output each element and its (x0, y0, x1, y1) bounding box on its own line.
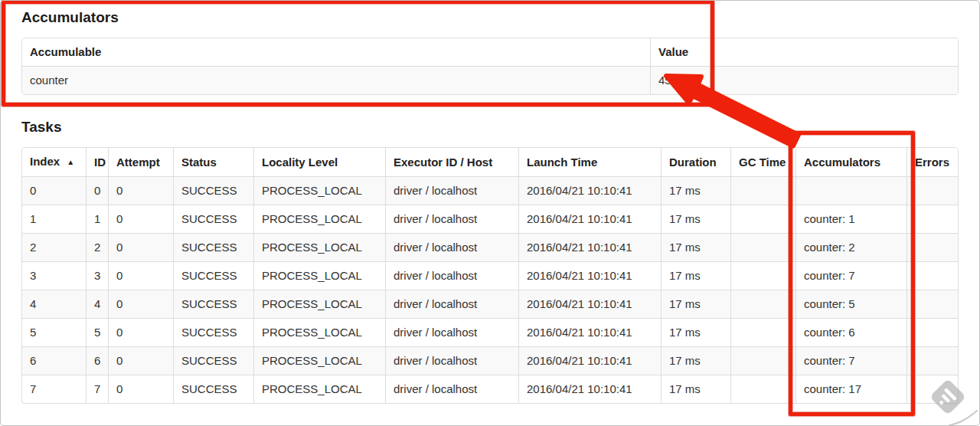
task-row: 220SUCCESSPROCESS_LOCALdriver / localhos… (22, 233, 958, 261)
task-cell (730, 346, 795, 375)
tasks-table-body: 000SUCCESSPROCESS_LOCALdriver / localhos… (22, 177, 958, 403)
task-cell (730, 318, 795, 346)
sort-asc-icon: ▲ (67, 158, 74, 166)
task-cell: 1 (22, 205, 86, 233)
task-row: 770SUCCESSPROCESS_LOCALdriver / localhos… (22, 375, 958, 403)
column-header-errors[interactable]: Errors (906, 148, 958, 177)
column-header-launch-time[interactable]: Launch Time (518, 148, 661, 177)
task-cell: PROCESS_LOCAL (253, 177, 385, 205)
task-cell (906, 177, 958, 205)
accumulable-value-cell: 45 (650, 67, 958, 94)
task-cell: 0 (108, 375, 173, 403)
task-row: 110SUCCESSPROCESS_LOCALdriver / localhos… (22, 205, 958, 233)
task-cell: PROCESS_LOCAL (253, 375, 385, 403)
task-cell: SUCCESS (173, 346, 253, 375)
task-cell: 0 (108, 233, 173, 261)
accumulators-header-row: Accumulable Value (22, 38, 958, 67)
task-cell: PROCESS_LOCAL (253, 290, 385, 318)
task-cell (730, 233, 795, 261)
column-header-locality-level[interactable]: Locality Level (253, 148, 385, 177)
column-header-index-label: Index (30, 155, 60, 168)
task-cell (906, 318, 958, 346)
task-cell (730, 261, 795, 290)
task-cell: PROCESS_LOCAL (253, 233, 385, 261)
task-cell (730, 205, 795, 233)
task-cell: 1 (86, 205, 108, 233)
task-cell: 6 (86, 346, 108, 375)
task-cell: counter: 1 (795, 205, 906, 233)
task-cell: 5 (22, 318, 86, 346)
task-cell (906, 205, 958, 233)
task-cell (906, 346, 958, 375)
task-cell: SUCCESS (173, 375, 253, 403)
column-header-status[interactable]: Status (173, 148, 253, 177)
task-cell: 3 (22, 261, 86, 290)
task-cell (906, 261, 958, 290)
task-cell: 2016/04/21 10:10:41 (518, 318, 661, 346)
accumulator-row: counter 45 (22, 67, 958, 94)
task-cell: driver / localhost (385, 290, 518, 318)
task-cell: 17 ms (661, 205, 730, 233)
task-cell: PROCESS_LOCAL (253, 261, 385, 290)
task-cell: 4 (22, 290, 86, 318)
tasks-header-row: Index▲ ID Attempt Status Locality Level … (22, 148, 958, 177)
task-cell: 2016/04/21 10:10:41 (518, 233, 661, 261)
task-cell: 17 ms (661, 375, 730, 403)
column-header-duration[interactable]: Duration (661, 148, 730, 177)
column-header-index[interactable]: Index▲ (22, 148, 86, 177)
task-cell: SUCCESS (173, 318, 253, 346)
task-cell: counter: 7 (795, 346, 906, 375)
task-cell: 17 ms (661, 233, 730, 261)
task-row: 660SUCCESSPROCESS_LOCALdriver / localhos… (22, 346, 958, 375)
task-cell: 2016/04/21 10:10:41 (518, 261, 661, 290)
task-cell: 6 (22, 346, 86, 375)
task-cell: PROCESS_LOCAL (253, 318, 385, 346)
task-cell (795, 177, 906, 205)
task-cell: 3 (86, 261, 108, 290)
task-cell: driver / localhost (385, 233, 518, 261)
task-cell: 0 (108, 261, 173, 290)
accumulators-table: Accumulable Value counter 45 (21, 38, 959, 95)
column-header-executor-id-host[interactable]: Executor ID / Host (385, 148, 518, 177)
accumulators-section-title: Accumulators (21, 9, 959, 26)
task-cell: 0 (108, 205, 173, 233)
task-cell (906, 290, 958, 318)
column-header-value[interactable]: Value (650, 38, 958, 67)
task-cell: 2 (22, 233, 86, 261)
task-cell: SUCCESS (173, 205, 253, 233)
task-row: 440SUCCESSPROCESS_LOCALdriver / localhos… (22, 290, 958, 318)
task-cell (906, 375, 958, 403)
task-cell: 2016/04/21 10:10:41 (518, 205, 661, 233)
task-cell (730, 177, 795, 205)
task-cell: driver / localhost (385, 205, 518, 233)
task-cell: driver / localhost (385, 375, 518, 403)
task-row: 000SUCCESSPROCESS_LOCALdriver / localhos… (22, 177, 958, 205)
task-cell: counter: 2 (795, 233, 906, 261)
task-cell: driver / localhost (385, 318, 518, 346)
task-cell: driver / localhost (385, 177, 518, 205)
task-cell: 0 (108, 346, 173, 375)
task-cell: 4 (86, 290, 108, 318)
task-cell: 7 (86, 375, 108, 403)
tasks-section-title: Tasks (21, 119, 959, 136)
task-cell: counter: 6 (795, 318, 906, 346)
task-cell: driver / localhost (385, 346, 518, 375)
task-cell: 0 (86, 177, 108, 205)
task-cell: 17 ms (661, 346, 730, 375)
column-header-accumulable[interactable]: Accumulable (22, 38, 650, 67)
task-cell: PROCESS_LOCAL (253, 346, 385, 375)
task-cell: PROCESS_LOCAL (253, 205, 385, 233)
task-cell: 17 ms (661, 177, 730, 205)
task-cell: 17 ms (661, 318, 730, 346)
task-row: 330SUCCESSPROCESS_LOCALdriver / localhos… (22, 261, 958, 290)
column-header-id[interactable]: ID (86, 148, 108, 177)
column-header-accumulators[interactable]: Accumulators (795, 148, 906, 177)
task-cell: counter: 5 (795, 290, 906, 318)
column-header-gc-time[interactable]: GC Time (730, 148, 795, 177)
task-cell: 0 (22, 177, 86, 205)
task-cell: SUCCESS (173, 233, 253, 261)
task-cell: 17 ms (661, 290, 730, 318)
column-header-attempt[interactable]: Attempt (108, 148, 173, 177)
task-cell: SUCCESS (173, 177, 253, 205)
task-cell: 2 (86, 233, 108, 261)
